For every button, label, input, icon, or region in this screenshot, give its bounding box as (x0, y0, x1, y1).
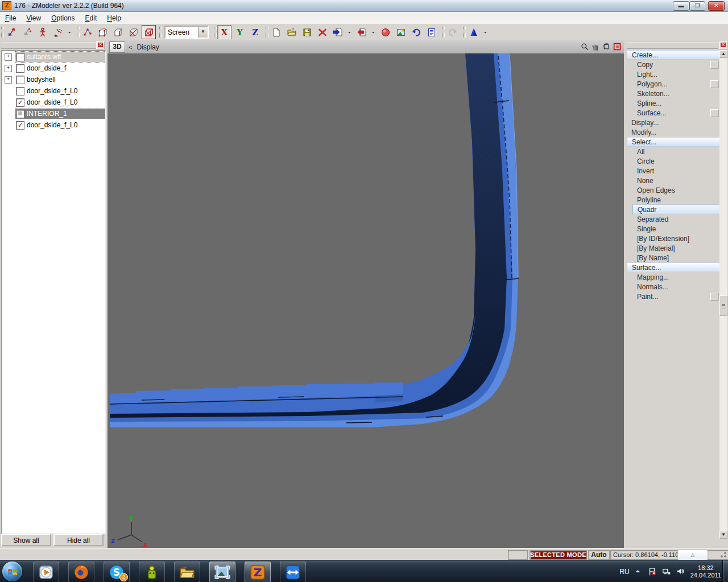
menu-file[interactable]: File (0, 13, 21, 23)
axis-toggle-x[interactable]: X (217, 25, 231, 39)
command-surface[interactable]: Surface... (627, 108, 720, 118)
delete-icon[interactable] (315, 25, 329, 39)
hand-icon[interactable] (591, 42, 600, 51)
tree-row[interactable]: +bodyshell (2, 74, 105, 85)
expand-icon[interactable]: + (5, 53, 12, 61)
command-skeleton[interactable]: Skeleton... (627, 89, 720, 98)
tree-row[interactable]: +sultanrs.wft (2, 51, 105, 63)
redo-icon[interactable] (445, 25, 460, 39)
texture-icon[interactable] (394, 25, 408, 39)
taskbar-app-skype[interactable]: S2 (104, 562, 130, 582)
command-mapping[interactable]: Mapping... (627, 272, 720, 282)
caret-down-icon[interactable] (370, 25, 377, 39)
import-icon[interactable] (330, 25, 345, 39)
command-invert[interactable]: Invert (627, 166, 720, 176)
command-paint[interactable]: Paint... (627, 292, 720, 301)
option-box[interactable] (710, 293, 719, 301)
fence-select-icon[interactable] (20, 25, 34, 39)
resize-grip[interactable] (719, 551, 727, 559)
command-single[interactable]: Single (627, 224, 720, 234)
scroll-up-icon[interactable]: ▲ (719, 50, 727, 58)
command-copy[interactable]: Copy (627, 60, 720, 69)
command-create[interactable]: Create... (627, 50, 720, 60)
command-polyline[interactable]: Polyline (627, 195, 720, 205)
open-folder-icon[interactable] (284, 25, 299, 39)
maximize-view-icon[interactable] (613, 42, 622, 51)
minimize-button[interactable]: ▬ (673, 1, 689, 11)
export-icon[interactable] (354, 25, 369, 39)
command-normals[interactable]: Normals... (627, 282, 720, 292)
menu-help[interactable]: Help (102, 13, 126, 23)
cube-vertices-icon[interactable] (96, 25, 110, 39)
taskbar-app-qip[interactable] (139, 562, 165, 582)
option-box[interactable] (710, 61, 719, 69)
restore-button[interactable]: ❐ (689, 1, 705, 11)
show-all-button[interactable]: Show all (1, 534, 51, 546)
taskbar-app-image-viewer[interactable] (209, 562, 235, 582)
command-select[interactable]: Select... (627, 137, 720, 147)
viewport-back-arrow[interactable]: < (129, 44, 132, 51)
close-panel-icon[interactable]: ✕ (96, 41, 105, 49)
caret-down-icon[interactable] (482, 25, 489, 39)
viewport[interactable]: 3D < Display (107, 40, 624, 548)
visibility-checkbox[interactable] (16, 64, 24, 73)
axis-toggle-y[interactable]: Y (233, 25, 247, 39)
command-display[interactable]: Display... (627, 118, 720, 127)
close-panel-icon[interactable]: ✕ (719, 41, 727, 49)
tree-row[interactable]: +✓door_dside_f_L0 (2, 97, 105, 108)
volume-icon[interactable] (676, 567, 685, 576)
visibility-checkbox[interactable] (16, 87, 24, 95)
viewport-mode-button[interactable]: 3D (109, 41, 125, 53)
tree-row[interactable]: +✓door_dside_f_L0 (2, 119, 105, 131)
taskbar-app-firefox[interactable] (68, 562, 94, 582)
taskbar-app-zmodeler[interactable]: Z (245, 562, 271, 582)
panel-grip[interactable] (1, 42, 97, 49)
command-by-name[interactable]: [By Name] (627, 253, 720, 263)
menu-view[interactable]: View (21, 13, 46, 23)
command-separated[interactable]: Separated (627, 214, 720, 224)
skeleton-tool-icon[interactable] (35, 25, 49, 39)
screen-space-combo[interactable]: Screen▼ (164, 26, 209, 39)
expand-icon[interactable]: + (5, 76, 12, 84)
notes-icon[interactable] (424, 25, 439, 39)
command-open-edges[interactable]: Open Edges (627, 185, 720, 195)
visibility-checkbox[interactable]: ✓ (16, 121, 24, 130)
caret-down-icon[interactable] (346, 25, 353, 39)
visibility-checkbox[interactable] (16, 53, 24, 61)
menu-edit[interactable]: Edit (80, 13, 102, 23)
taskbar-app-teamviewer[interactable] (280, 562, 306, 582)
undo-icon[interactable] (409, 25, 423, 39)
viewport-view-label[interactable]: Display (136, 43, 159, 51)
spray-select-icon[interactable] (51, 25, 65, 39)
command-scrollbar[interactable]: ▲ ▼ (719, 50, 727, 539)
show-desktop-button[interactable] (722, 560, 728, 582)
visibility-checkbox[interactable] (16, 76, 24, 84)
caret-down-icon[interactable] (66, 25, 73, 39)
scroll-down-icon[interactable]: ▼ (719, 531, 727, 539)
new-file-icon[interactable] (269, 25, 283, 39)
command-modify[interactable]: Modify... (627, 127, 720, 137)
visibility-checkbox[interactable] (16, 110, 24, 118)
visibility-checkbox[interactable]: ✓ (16, 98, 24, 107)
action-center-icon[interactable] (648, 567, 657, 576)
command-none[interactable]: None (627, 176, 720, 185)
command-by-material[interactable]: [By Material] (627, 243, 720, 253)
command-light[interactable]: Light... (627, 69, 720, 79)
cube-faces-icon[interactable] (126, 25, 140, 39)
material-sphere-icon[interactable] (378, 25, 392, 39)
option-box[interactable] (710, 109, 719, 117)
command-quadr[interactable]: Quadr (632, 205, 720, 214)
tray-arrow-icon[interactable] (635, 568, 643, 576)
auto-toggle[interactable]: Auto (588, 550, 610, 560)
vertices-mode-icon[interactable] (80, 25, 94, 39)
save-icon[interactable] (300, 25, 314, 39)
magnifier-icon[interactable] (580, 42, 589, 51)
taskbar-app-explorer[interactable] (174, 562, 200, 582)
close-button[interactable]: ✕ (708, 1, 725, 11)
command-polygon[interactable]: Polygon... (627, 79, 720, 89)
axis-toggle-z[interactable]: Z (248, 25, 262, 39)
start-button[interactable] (2, 562, 22, 581)
command-by-id-extension[interactable]: [By ID/Extension] (627, 234, 720, 243)
viewport-canvas[interactable]: y z x (107, 53, 624, 548)
menu-options[interactable]: Options (46, 13, 80, 23)
